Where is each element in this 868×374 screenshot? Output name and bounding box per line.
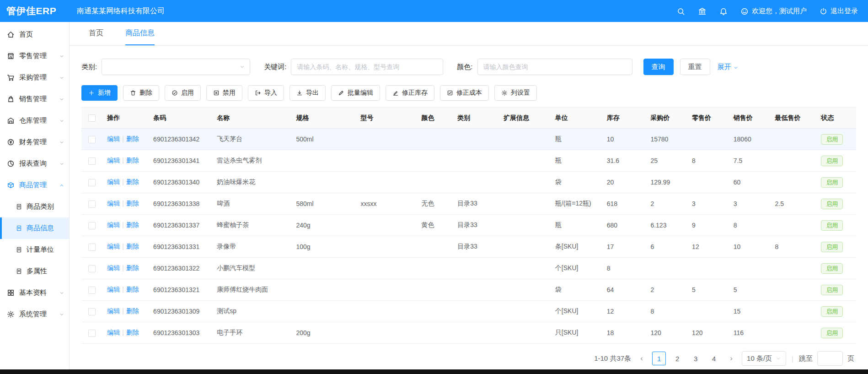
reset-button[interactable]: 重置	[680, 59, 710, 75]
toolbar-button[interactable]: 导入	[248, 85, 284, 101]
column-header[interactable]: 型号	[356, 108, 417, 129]
page-size-select[interactable]: 10 条/页	[742, 351, 786, 366]
edit-link[interactable]: 编辑	[107, 307, 120, 314]
edit-link[interactable]: 编辑	[107, 286, 120, 293]
expand-link[interactable]: 展开	[718, 63, 739, 71]
edit-link[interactable]: 编辑	[107, 135, 120, 142]
toolbar-button[interactable]: 修正成本	[440, 85, 489, 101]
status-badge[interactable]: 启用	[821, 134, 843, 145]
delete-link[interactable]: 删除	[126, 221, 139, 228]
page-button-1[interactable]: 1	[652, 352, 666, 365]
toolbar-button[interactable]: 批量编辑	[331, 85, 380, 101]
sidebar-item[interactable]: 销售管理	[0, 88, 69, 110]
keyword-input[interactable]	[291, 59, 443, 75]
status-badge[interactable]: 启用	[821, 220, 843, 231]
column-header[interactable]: 规格	[292, 108, 356, 129]
row-checkbox[interactable]	[88, 265, 96, 272]
toolbar-button[interactable]: 禁用	[206, 85, 242, 101]
column-header[interactable]: 库存	[602, 108, 646, 129]
page-button-3[interactable]: 3	[689, 352, 702, 365]
search-button[interactable]: 查询	[643, 59, 674, 75]
prev-page-button[interactable]: ‹	[636, 352, 648, 365]
toolbar-button[interactable]: 删除	[123, 85, 159, 101]
row-checkbox[interactable]	[88, 136, 96, 143]
sidebar-subitem[interactable]: 商品类别	[0, 196, 69, 217]
sidebar-subitem[interactable]: 计量单位	[0, 239, 69, 260]
row-checkbox[interactable]	[88, 201, 96, 208]
next-page-button[interactable]: ›	[725, 352, 737, 365]
delete-link[interactable]: 删除	[126, 157, 139, 164]
notification-bell-button[interactable]	[719, 6, 728, 15]
edit-link[interactable]: 编辑	[107, 200, 120, 207]
select-all-checkbox[interactable]	[88, 114, 96, 122]
edit-link[interactable]: 编辑	[107, 178, 120, 185]
status-badge[interactable]: 启用	[821, 306, 843, 317]
toolbar-button[interactable]: 列设置	[494, 85, 537, 101]
toolbar-button[interactable]: 启用	[165, 85, 201, 101]
status-badge[interactable]: 启用	[821, 263, 843, 274]
page-button-4[interactable]: 4	[707, 352, 721, 365]
column-header[interactable]: 采购价	[646, 108, 687, 129]
search-icon-button[interactable]	[677, 6, 685, 15]
delete-link[interactable]: 删除	[126, 286, 139, 293]
row-checkbox[interactable]	[88, 330, 96, 337]
column-header[interactable]: 最低售价	[770, 108, 816, 129]
color-input[interactable]	[477, 59, 632, 75]
column-header[interactable]: 条码	[149, 108, 212, 129]
status-badge[interactable]: 启用	[821, 285, 843, 295]
sidebar-item[interactable]: 零售管理	[0, 45, 69, 67]
column-header[interactable]: 零售价	[687, 108, 729, 129]
logout-button[interactable]: 退出登录	[820, 7, 858, 16]
jump-page-input[interactable]	[817, 351, 843, 366]
delete-link[interactable]: 删除	[126, 178, 139, 185]
column-header[interactable]: 颜色	[417, 108, 453, 129]
toolbar-button[interactable]: 修正库存	[386, 85, 434, 101]
sidebar-subitem[interactable]: 多属性	[0, 260, 69, 282]
delete-link[interactable]: 删除	[126, 135, 139, 142]
row-checkbox[interactable]	[88, 157, 96, 165]
delete-link[interactable]: 删除	[126, 329, 139, 336]
delete-link[interactable]: 删除	[126, 307, 139, 314]
edit-link[interactable]: 编辑	[107, 243, 120, 250]
column-header[interactable]: 类别	[453, 108, 499, 129]
column-header[interactable]: 单位	[551, 108, 602, 129]
sidebar-item[interactable]: 财务管理	[0, 131, 69, 153]
app-logo[interactable]: 管伊佳ERP	[0, 5, 70, 17]
delete-link[interactable]: 删除	[126, 264, 139, 271]
sidebar-item[interactable]: 商品管理	[0, 174, 69, 196]
store-icon-button[interactable]	[698, 6, 707, 16]
sidebar-item[interactable]: 采购管理	[0, 67, 69, 88]
welcome-user[interactable]: 欢迎您，测试用户	[740, 6, 807, 15]
sidebar-item[interactable]: 基本资料	[0, 282, 69, 304]
status-badge[interactable]: 启用	[821, 177, 843, 188]
row-checkbox[interactable]	[88, 244, 96, 251]
sidebar-subitem[interactable]: 商品信息	[0, 217, 69, 239]
row-checkbox[interactable]	[88, 222, 96, 229]
edit-link[interactable]: 编辑	[107, 221, 120, 228]
status-badge[interactable]: 启用	[821, 328, 843, 338]
sidebar-item[interactable]: 仓库管理	[0, 110, 69, 131]
sidebar-item[interactable]: 首页	[0, 24, 69, 45]
edit-link[interactable]: 编辑	[107, 264, 120, 271]
sidebar-item[interactable]: 报表查询	[0, 153, 69, 174]
tab-product-info[interactable]: 商品信息	[125, 22, 155, 45]
row-checkbox[interactable]	[88, 179, 96, 186]
tab-home[interactable]: 首页	[89, 22, 103, 45]
sidebar-item[interactable]: 系统管理	[0, 304, 69, 325]
row-checkbox[interactable]	[88, 308, 96, 315]
column-header[interactable]: 状态	[816, 108, 856, 129]
edit-link[interactable]: 编辑	[107, 157, 120, 164]
column-header[interactable]: 名称	[212, 108, 291, 129]
row-checkbox[interactable]	[88, 287, 96, 294]
status-badge[interactable]: 启用	[821, 156, 843, 166]
status-badge[interactable]: 启用	[821, 242, 843, 252]
toolbar-button[interactable]: 导出	[289, 85, 326, 101]
column-header[interactable]: 扩展信息	[499, 108, 551, 129]
category-select[interactable]	[102, 59, 250, 75]
toolbar-button[interactable]: 新增	[81, 85, 118, 101]
column-header[interactable]: 操作	[102, 108, 149, 129]
status-badge[interactable]: 启用	[821, 199, 843, 209]
page-button-2[interactable]: 2	[670, 352, 684, 365]
edit-link[interactable]: 编辑	[107, 329, 120, 336]
column-header[interactable]: 销售价	[729, 108, 771, 129]
